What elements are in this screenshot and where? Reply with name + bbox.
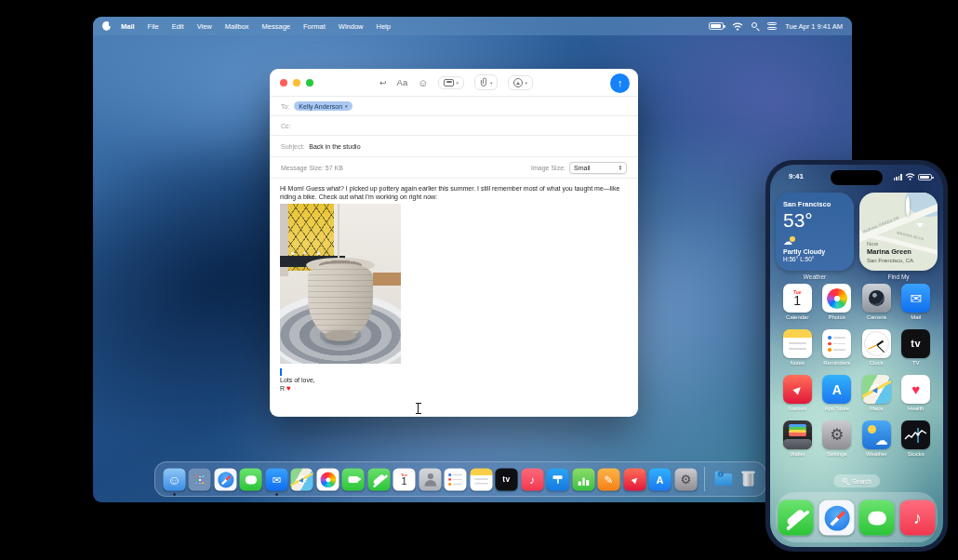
iphone-app-clock[interactable]: Clock xyxy=(862,329,891,375)
dock-icon-music[interactable]: ♪ xyxy=(521,468,543,490)
weather-high-low: H:56° L:50° xyxy=(783,256,846,262)
iphone-app-games[interactable]: ►Games xyxy=(783,375,812,420)
weather-temperature: 53° xyxy=(783,209,846,232)
status-time: 9:41 xyxy=(789,172,804,180)
dock-icon-numbers[interactable] xyxy=(572,468,594,490)
dock-icon-contacts[interactable] xyxy=(419,468,441,490)
message-body[interactable]: Hi Mom! Guess what? I picked up pottery … xyxy=(270,179,638,417)
iphone-app-photos[interactable]: Photos xyxy=(822,284,851,329)
iphone-dock-phone[interactable] xyxy=(778,500,814,535)
iphone-app-wallet[interactable]: Wallet xyxy=(783,420,812,466)
menu-message[interactable]: Message xyxy=(256,22,297,31)
menu-edit[interactable]: Edit xyxy=(166,22,191,31)
zoom-button[interactable] xyxy=(306,79,313,87)
iphone: 9:41 San Francisco 53° ☁ P xyxy=(765,160,948,552)
battery-icon[interactable] xyxy=(709,22,724,30)
dynamic-island xyxy=(831,170,883,185)
apple-menu-icon[interactable] xyxy=(102,21,111,31)
pottery-photo-attachment[interactable] xyxy=(280,204,401,364)
widget-label-findmy: Find My xyxy=(859,273,938,280)
emoji-button[interactable]: ☺ xyxy=(418,77,428,88)
map-street-label: MARINA BLVD xyxy=(897,230,925,241)
menu-format[interactable]: Format xyxy=(297,22,332,31)
iphone-app-weather[interactable]: ☁Weather xyxy=(862,420,891,466)
find-my-widget[interactable]: MARINA GREEN DR MARINA BLVD Now Marina G… xyxy=(859,193,938,271)
iphone-dock-music[interactable]: ♪ xyxy=(899,500,935,535)
subject-label: Subject: xyxy=(281,143,304,150)
header-fields-button[interactable]: ▾ xyxy=(438,76,464,89)
wifi-icon[interactable] xyxy=(732,22,743,31)
recipient-token[interactable]: Kelly Anderson▾ xyxy=(294,101,352,111)
weather-widget[interactable]: San Francisco 53° ☁ Partly Cloudy H:56° … xyxy=(776,193,854,271)
iphone-app-health[interactable]: ♥Health xyxy=(901,375,930,420)
menu-view[interactable]: View xyxy=(191,22,219,31)
wifi-icon xyxy=(905,173,915,180)
format-button[interactable]: Aa xyxy=(397,77,408,87)
menu-file[interactable]: File xyxy=(141,22,166,31)
dock-icon-safari[interactable] xyxy=(214,468,236,490)
dock-icon-trash[interactable] xyxy=(738,468,760,490)
dock-icon-mail[interactable]: ✉ xyxy=(265,468,287,490)
menu-bar-clock[interactable]: Tue Apr 1 9:41 AM xyxy=(785,22,843,31)
menu-bar: Mail File Edit View Mailbox Message Form… xyxy=(93,17,852,35)
iphone-app-mail[interactable]: ✉Mail xyxy=(901,284,930,329)
dock-icon-tv[interactable]: tv xyxy=(496,468,518,490)
dock-icon-messages[interactable] xyxy=(240,468,262,490)
iphone-app-appstore[interactable]: AApp Store xyxy=(822,375,851,420)
dock-icon-maps[interactable] xyxy=(291,468,313,490)
menu-mailbox[interactable]: Mailbox xyxy=(219,22,256,31)
dock-icon-phone[interactable] xyxy=(367,468,390,490)
dock-icon-settings[interactable]: ⚙ xyxy=(674,468,697,490)
iphone-app-settings[interactable]: ⚙Settings xyxy=(822,420,851,466)
chevron-down-icon: ▾ xyxy=(345,103,348,109)
image-size-label: Image Size: xyxy=(531,165,565,171)
iphone-app-calendar[interactable]: Tue1Calendar xyxy=(783,284,812,329)
dock-icon-keynote[interactable] xyxy=(547,468,569,490)
iphone-app-camera[interactable]: Camera xyxy=(862,284,891,329)
iphone-dock-safari[interactable] xyxy=(818,500,854,535)
iphone-app-tv[interactable]: tvTV xyxy=(901,329,930,375)
menu-window[interactable]: Window xyxy=(332,22,370,31)
subject-field[interactable]: Subject: Back in the studio xyxy=(270,136,638,157)
control-center-icon[interactable] xyxy=(767,22,777,30)
cc-field[interactable]: Cc: xyxy=(270,116,638,136)
dock-icon-facetime[interactable] xyxy=(342,468,365,490)
dock-icon-reminders[interactable] xyxy=(445,468,467,490)
mail-compose-window: ↩ Aa ☺ ▾ ▾ ▾ ↑ To: Kelly Anderson▾ xyxy=(270,69,638,417)
dock-icon-finder[interactable]: ☺ xyxy=(163,468,185,490)
dock-icon-calendar[interactable]: Tue1 xyxy=(393,468,416,490)
dock-divider xyxy=(704,467,705,491)
iphone-app-stocks[interactable]: Stocks xyxy=(901,420,930,466)
close-button[interactable] xyxy=(280,79,287,87)
weather-condition: Partly Cloudy xyxy=(783,248,846,255)
insert-photo-button[interactable]: ▾ xyxy=(508,75,533,90)
menu-mail[interactable]: Mail xyxy=(114,22,141,31)
home-search-pill[interactable]: Search xyxy=(833,474,880,487)
dock-icon-downloads[interactable]: ↓ xyxy=(712,468,734,490)
menu-help[interactable]: Help xyxy=(369,22,396,31)
iphone-dock-messages[interactable] xyxy=(859,500,895,535)
dock-icon-games[interactable]: ► xyxy=(623,468,645,490)
insertion-caret xyxy=(280,368,282,376)
dock-icon-pages[interactable]: ✎ xyxy=(598,468,620,490)
widget-label-weather: Weather xyxy=(776,273,854,280)
signature-initial: R xyxy=(280,385,285,392)
weather-city: San Francisco xyxy=(783,200,846,208)
spotlight-search-icon[interactable] xyxy=(752,22,759,30)
dock-icon-notes[interactable] xyxy=(470,468,492,490)
dock-icon-appstore[interactable]: A xyxy=(649,468,672,490)
image-size-popup[interactable]: Small ▲▼ xyxy=(569,162,627,174)
iphone-app-reminders[interactable]: Reminders xyxy=(822,329,851,375)
dock-icon-photos[interactable] xyxy=(316,468,339,490)
dock-icon-launchpad[interactable] xyxy=(189,468,211,490)
iphone-screen: 9:41 San Francisco 53° ☁ P xyxy=(770,165,943,547)
attach-file-button[interactable]: ▾ xyxy=(474,74,499,90)
iphone-app-notes[interactable]: Notes xyxy=(783,329,812,375)
undo-button[interactable]: ↩ xyxy=(379,78,387,87)
running-indicator xyxy=(173,493,176,496)
message-meta-row: Message Size: 57 KB Image Size: Small ▲▼ xyxy=(270,157,638,179)
minimize-button[interactable] xyxy=(293,79,300,87)
send-button[interactable]: ↑ xyxy=(610,73,630,93)
iphone-app-maps[interactable]: Maps xyxy=(862,375,891,420)
to-field[interactable]: To: Kelly Anderson▾ xyxy=(270,97,638,116)
